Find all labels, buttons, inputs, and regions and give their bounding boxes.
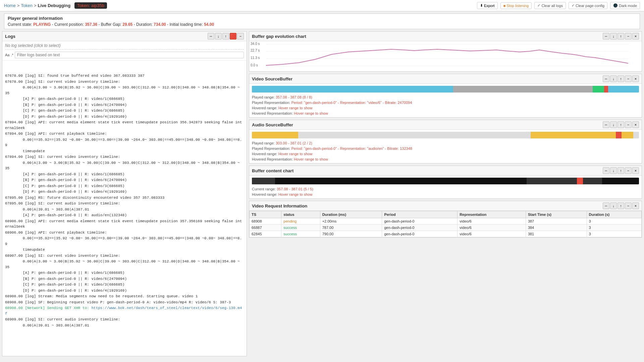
vri-minus-btn[interactable]: − bbox=[625, 202, 632, 209]
logs-down-btn[interactable]: ↓ bbox=[215, 33, 222, 40]
logs-up-btn[interactable]: ↑ bbox=[222, 33, 229, 40]
log-line[interactable]: timeupdate bbox=[5, 148, 244, 154]
log-line[interactable]: 67895.00 [log] RS: future discontinuity … bbox=[5, 195, 244, 201]
log-line[interactable]: 67895.00 [log] SI: current audio invento… bbox=[5, 201, 244, 206]
log-content-area[interactable]: 67678.00 [log] SI: found true buffered e… bbox=[2, 61, 247, 356]
table-header-row: TS status Duration (ms) Period Represent… bbox=[250, 211, 642, 218]
log-line[interactable]: timeupdate bbox=[5, 247, 244, 253]
vsb-minus-btn[interactable]: − bbox=[625, 75, 632, 82]
logs-expand-btn[interactable]: ↔ bbox=[208, 33, 214, 40]
log-line[interactable]: [C] P: gen-dash-period-0 || R: video/3(6… bbox=[5, 282, 244, 288]
bcc-hovered-range-row: Hovered range: Hover range to show bbox=[249, 192, 642, 198]
vri-close-btn[interactable]: × bbox=[632, 202, 639, 209]
breadcrumb-home[interactable]: Home bbox=[4, 3, 16, 8]
asb-expand-btn[interactable]: ↔ bbox=[603, 121, 609, 128]
log-line[interactable]: 68909.00 [log] SI: current audio invento… bbox=[5, 317, 244, 322]
check2-icon: ✓ bbox=[572, 3, 575, 8]
bcc-expand-btn[interactable]: ↔ bbox=[603, 167, 609, 174]
bg-minus-btn[interactable]: − bbox=[625, 33, 632, 40]
bcc-up-btn[interactable]: ↑ bbox=[618, 167, 624, 174]
log-line[interactable]: 0.00|A|3.00 ~ 3.00|B|35.92 ~ 36.00|C|39.… bbox=[5, 85, 244, 96]
log-line[interactable]: [D] P: gen-dash-period-0 || R: video/4(1… bbox=[5, 288, 244, 294]
vsb-expand-btn[interactable]: ↔ bbox=[603, 75, 609, 82]
log-network-link[interactable]: https://www.bok.net/dash/tears_of_steel/… bbox=[5, 306, 242, 316]
vsb-up-btn[interactable]: ↑ bbox=[618, 75, 624, 82]
clear-page-config-button[interactable]: ✓ Clear page config bbox=[569, 2, 607, 9]
log-line[interactable]: 0.00|A|39.01 ~ 303.00|A|387.01 bbox=[5, 323, 244, 328]
log-line[interactable]: 0.00|==35.92==|35.92 ~0.08~ 36.00|==3.00… bbox=[5, 236, 244, 247]
table-row[interactable]: 68908 pending +2.00ms gen-dash-period-0 … bbox=[250, 218, 642, 225]
clear-all-logs-button[interactable]: ✓ Clear all logs bbox=[534, 2, 566, 9]
log-line[interactable]: 68908.00 [log] Stream: Media segments no… bbox=[5, 294, 244, 299]
log-line[interactable]: [B] P: gen-dash-period-0 || R: video/6(2… bbox=[5, 102, 244, 108]
log-line[interactable]: 67678.00 [log] SI: found true buffered e… bbox=[5, 73, 244, 79]
log-line[interactable]: 67678.00 [log] SI: current video invento… bbox=[5, 79, 244, 85]
stop-listening-button[interactable]: ■ Stop listening bbox=[500, 2, 532, 9]
log-line[interactable]: [D] P: gen-dash-period-0 || R: video/4(1… bbox=[5, 114, 244, 120]
bg-close-btn[interactable]: × bbox=[632, 33, 639, 40]
log-line[interactable]: [A] P: gen-dash-period-0 || R: audio/en(… bbox=[5, 213, 244, 218]
vsb-played-rep: Period: "gen-dash-period-0" - Representa… bbox=[291, 101, 412, 105]
cell-status: success bbox=[281, 225, 320, 231]
log-line[interactable]: 0.00|A|3.00 ~ 3.00|B|35.92 ~ 36.00|C|39.… bbox=[5, 259, 244, 270]
vsb-down-btn[interactable]: ↓ bbox=[610, 75, 617, 82]
bcc-minus-btn[interactable]: − bbox=[625, 167, 632, 174]
asb-down-btn[interactable]: ↓ bbox=[610, 121, 617, 128]
breadcrumb-nav: Home > Token > Live Debugging Token: aip… bbox=[4, 2, 107, 9]
log-line[interactable]: [C] P: gen-dash-period-0 || R: video/3(6… bbox=[5, 183, 244, 189]
log-line[interactable]: [A] P: gen-dash-period-0 || R: video/1(6… bbox=[5, 172, 244, 177]
main-content: Logs ↔ ↓ ↑ 🚫 − No log selected (click to… bbox=[2, 31, 642, 356]
asb-up-btn[interactable]: ↑ bbox=[618, 121, 624, 128]
vri-controls: ↔ ↓ ↑ − × bbox=[603, 202, 639, 209]
asb-minus-btn[interactable]: − bbox=[625, 121, 632, 128]
breadcrumb-token[interactable]: Token bbox=[21, 3, 33, 8]
log-line[interactable]: 68907.00 [log] SI: current video invento… bbox=[5, 253, 244, 259]
log-line[interactable]: [B] P: gen-dash-period-0 || R: video/6(2… bbox=[5, 276, 244, 282]
asb-hovered-range: Hover range to show bbox=[278, 152, 313, 156]
vsb-close-btn[interactable]: × bbox=[632, 75, 639, 82]
table-row[interactable]: 62845 success 790.00 gen-dash-period-0 v… bbox=[250, 231, 642, 237]
col-representation: Representation bbox=[458, 211, 526, 218]
chart-y-label-0: 0.0 s bbox=[251, 63, 258, 67]
vri-up-btn[interactable]: ↑ bbox=[618, 202, 624, 209]
log-regex-label: .* bbox=[11, 53, 13, 57]
log-filter-input[interactable] bbox=[15, 52, 244, 58]
log-line[interactable]: 68908.00 [log] SF: Beginning request vid… bbox=[5, 300, 244, 305]
vsb-played-range: 357.08 - 387.08 (8 / 8) bbox=[276, 95, 312, 99]
bcc-down-btn[interactable]: ↓ bbox=[610, 167, 617, 174]
log-line[interactable]: [C] P: gen-dash-period-0 || R: video/3(6… bbox=[5, 108, 244, 114]
bg-expand-btn[interactable]: ↔ bbox=[603, 33, 609, 40]
log-line[interactable]: 68906.00 [log] API: current playback tim… bbox=[5, 230, 244, 236]
request-table: TS status Duration (ms) Period Represent… bbox=[249, 211, 642, 237]
log-line[interactable]: 0.00|A|39.01 ~ 303.00|A|387.01 bbox=[5, 207, 244, 213]
log-line[interactable]: 67894.00 [log] SI: current video invento… bbox=[5, 154, 244, 160]
asb-close-btn[interactable]: × bbox=[632, 121, 639, 128]
table-row[interactable]: 66887 success 787.00 gen-dash-period-0 v… bbox=[250, 225, 642, 231]
log-line[interactable]: 0.00|==35.92==|35.92 ~0.08~ 36.00|==3.00… bbox=[5, 137, 244, 148]
bg-down-btn[interactable]: ↓ bbox=[610, 33, 617, 40]
log-aa-label: Aa bbox=[5, 53, 9, 57]
vri-expand-btn[interactable]: ↔ bbox=[603, 202, 609, 209]
position-label: - Current position: bbox=[52, 22, 84, 27]
log-line[interactable]: 68906.00 [log] API: current media elemen… bbox=[5, 219, 244, 230]
dark-mode-button[interactable]: 🌑 Dark mode bbox=[610, 2, 640, 9]
log-line[interactable]: [A] P: gen-dash-period-0 || R: video/1(6… bbox=[5, 96, 244, 102]
bcc-close-btn[interactable]: × bbox=[632, 167, 639, 174]
export-button[interactable]: ⬇ Export bbox=[477, 2, 498, 9]
cell-duration-s: 3 bbox=[587, 218, 641, 225]
col-duration-ms: Duration (ms) bbox=[320, 211, 382, 218]
bg-up-btn[interactable]: ↑ bbox=[618, 33, 624, 40]
logs-panel-header: Logs ↔ ↓ ↑ 🚫 − bbox=[2, 32, 247, 41]
cell-ts: 68908 bbox=[250, 218, 281, 225]
log-line[interactable]: 68908.00 [Network] Sending GET XHR to: h… bbox=[5, 305, 244, 316]
player-info-title: Player general information bbox=[8, 16, 636, 21]
log-line[interactable]: [A] P: gen-dash-period-0 || R: video/1(6… bbox=[5, 270, 244, 276]
vri-down-btn[interactable]: ↓ bbox=[610, 202, 617, 209]
log-line[interactable]: 67894.00 [log] API: current playback tim… bbox=[5, 131, 244, 137]
log-line[interactable]: 67894.00 [log] API: current media elemen… bbox=[5, 120, 244, 131]
logs-minus-btn[interactable]: − bbox=[237, 33, 244, 40]
logs-clear-btn[interactable]: 🚫 bbox=[230, 33, 236, 40]
log-line[interactable]: 0.00|A|3.00 ~ 3.00|B|35.92 ~ 36.00|C|39.… bbox=[5, 160, 244, 171]
log-line[interactable]: [B] P: gen-dash-period-0 || R: video/6(2… bbox=[5, 177, 244, 183]
log-line[interactable]: [D] P: gen-dash-period-0 || R: video/4(1… bbox=[5, 189, 244, 195]
